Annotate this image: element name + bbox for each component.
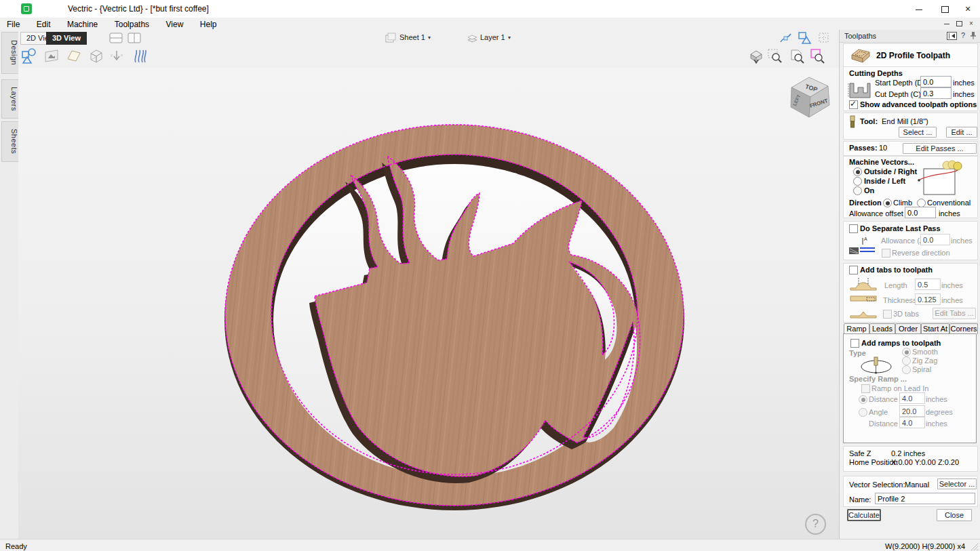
tab-3d-view[interactable]: 3D View bbox=[46, 32, 87, 45]
advanced-options-label: Show advanced toolpath options bbox=[860, 100, 977, 109]
calculate-button[interactable]: Calculate bbox=[847, 509, 881, 521]
machine-vectors-label: Machine Vectors... bbox=[849, 158, 914, 167]
climb-radio[interactable] bbox=[883, 199, 892, 207]
ramp-angle-units: degrees bbox=[926, 408, 953, 417]
cut-depth-input[interactable] bbox=[920, 87, 952, 99]
edit-passes-button[interactable]: Edit Passes ... bbox=[903, 143, 977, 154]
maximize-button[interactable] bbox=[933, 0, 956, 18]
sidebar-tab-design[interactable]: Design bbox=[1, 32, 18, 74]
cutting-depths-label: Cutting Depths bbox=[849, 69, 903, 78]
tool-select-button[interactable]: Select ... bbox=[899, 127, 937, 138]
inside-left-radio[interactable] bbox=[853, 177, 862, 186]
ramp-angle-input[interactable] bbox=[899, 405, 925, 417]
snap-grid-icon[interactable] bbox=[817, 31, 831, 45]
mdi-close-button[interactable]: × bbox=[966, 19, 977, 28]
name-label: Name: bbox=[849, 495, 871, 504]
ramp-zigzag-radio[interactable] bbox=[902, 356, 911, 365]
toolpath-form-title: 2D Profile Toolpath bbox=[876, 51, 950, 60]
on-radio[interactable] bbox=[853, 186, 862, 195]
zoom-drawing-icon[interactable] bbox=[789, 48, 805, 64]
layer-selector[interactable]: Layer 1 bbox=[480, 33, 505, 41]
isometric-view-icon[interactable] bbox=[748, 48, 764, 64]
status-bar: Ready W(9.2000) H(9.2000) x4 bbox=[0, 539, 980, 551]
ramp-smooth-radio[interactable] bbox=[902, 348, 911, 356]
minimize-button[interactable] bbox=[907, 0, 930, 18]
wireframe-cube-icon[interactable] bbox=[88, 48, 104, 64]
layer-dropdown-icon[interactable]: ▾ bbox=[508, 35, 511, 41]
split-horizontal-icon[interactable] bbox=[109, 32, 123, 44]
zoom-box-icon[interactable] bbox=[767, 48, 783, 64]
mdi-minimize-button[interactable] bbox=[941, 19, 952, 28]
snap-shapes-icon[interactable] bbox=[797, 31, 813, 45]
reverse-direction-checkbox[interactable] bbox=[882, 249, 890, 258]
section-passes: Passes: 10 Edit Passes ... bbox=[843, 141, 978, 156]
ramp-lead-in-checkbox[interactable] bbox=[861, 384, 870, 393]
ramp-angle-radio[interactable] bbox=[859, 408, 867, 417]
set-origin-icon[interactable]: yx bbox=[109, 48, 125, 64]
mode-toolbar: yx bbox=[18, 46, 839, 68]
add-ramps-checkbox[interactable] bbox=[850, 339, 859, 348]
close-button[interactable]: × bbox=[956, 0, 979, 18]
passes-value: 10 bbox=[879, 144, 887, 152]
snap-geometry-icon[interactable] bbox=[779, 31, 793, 45]
ramp-distance-radio[interactable] bbox=[859, 395, 867, 404]
tab-leads[interactable]: Leads bbox=[869, 323, 895, 334]
split-vertical-icon[interactable] bbox=[127, 32, 142, 44]
edit-tabs-button[interactable]: Edit Tabs ... bbox=[933, 308, 976, 319]
passes-label: Passes: bbox=[849, 144, 878, 152]
resize-grip[interactable] bbox=[971, 544, 978, 550]
tab-order[interactable]: Order bbox=[895, 323, 921, 334]
select-objects-icon[interactable] bbox=[21, 48, 37, 64]
3d-tabs-checkbox[interactable] bbox=[883, 310, 892, 319]
sheet-selector[interactable]: Sheet 1 bbox=[399, 33, 425, 41]
pin-panel-icon[interactable] bbox=[970, 31, 977, 40]
toolpath-name-input[interactable] bbox=[875, 493, 975, 504]
add-tabs-checkbox[interactable] bbox=[849, 266, 858, 274]
zoom-selected-icon[interactable] bbox=[809, 48, 825, 64]
collapse-panel-icon[interactable] bbox=[947, 32, 957, 40]
menu-toolpaths[interactable]: Toolpaths bbox=[108, 18, 156, 29]
tab-length-input[interactable] bbox=[915, 279, 941, 290]
material-sheet-icon[interactable] bbox=[66, 48, 82, 64]
view-cube[interactable]: TOP LEFT FRONT bbox=[782, 70, 836, 124]
ramp-distance-input[interactable] bbox=[899, 392, 925, 404]
wood-grain-icon[interactable] bbox=[132, 48, 148, 64]
start-depth-label: Start Depth (D) bbox=[875, 79, 925, 87]
tab-thickness-input[interactable] bbox=[915, 293, 941, 305]
selector-button[interactable]: Selector ... bbox=[937, 478, 977, 489]
tab-start-at[interactable]: Start At bbox=[921, 323, 949, 334]
allowance-offset-input[interactable] bbox=[905, 207, 936, 218]
menu-edit[interactable]: Edit bbox=[30, 18, 58, 29]
outside-right-radio[interactable] bbox=[853, 167, 862, 176]
bitmap-icon[interactable] bbox=[43, 48, 60, 64]
cut-depth-label: Cut Depth (C) bbox=[875, 90, 921, 99]
help-button[interactable]: ? bbox=[805, 514, 826, 535]
tool-edit-button[interactable]: Edit ... bbox=[946, 127, 977, 138]
tab-length-label: Length bbox=[884, 281, 907, 290]
panel-help-icon[interactable]: ? bbox=[961, 31, 965, 39]
menu-machine[interactable]: Machine bbox=[60, 18, 104, 29]
tab-corners[interactable]: Corners bbox=[949, 323, 978, 334]
sidebar-tab-layers[interactable]: Layers bbox=[1, 79, 18, 119]
design-canvas[interactable]: TOP LEFT FRONT ? bbox=[18, 68, 839, 539]
last-pass-checkbox[interactable] bbox=[849, 224, 858, 233]
mdi-restore-button[interactable] bbox=[954, 19, 964, 28]
close-panel-button[interactable]: Close bbox=[937, 509, 972, 521]
ramp-distance2-input[interactable] bbox=[899, 417, 925, 428]
ramp-zigzag-label: Zig Zag bbox=[912, 356, 937, 365]
start-depth-input[interactable] bbox=[920, 76, 952, 87]
advanced-options-checkbox[interactable] bbox=[849, 100, 858, 109]
menu-view[interactable]: View bbox=[159, 18, 191, 29]
ramp-spiral-radio[interactable] bbox=[902, 365, 911, 374]
menu-help[interactable]: Help bbox=[193, 18, 224, 29]
sidebar-tab-sheets[interactable]: Sheets bbox=[1, 121, 18, 162]
sheet-dropdown-icon[interactable]: ▾ bbox=[428, 35, 431, 41]
svg-text:A: A bbox=[864, 237, 867, 241]
menu-file[interactable]: File bbox=[0, 18, 26, 29]
ramp-distance-label: Distance bbox=[869, 395, 898, 404]
tab-thickness-units: inches bbox=[941, 296, 963, 305]
toolpaths-panel: Toolpaths ? 2D Profile Toolpath Cutting … bbox=[839, 30, 980, 539]
cut-depth-units: inches bbox=[953, 90, 975, 99]
layer-icon bbox=[467, 33, 479, 43]
last-pass-allowance-input[interactable] bbox=[920, 234, 950, 245]
